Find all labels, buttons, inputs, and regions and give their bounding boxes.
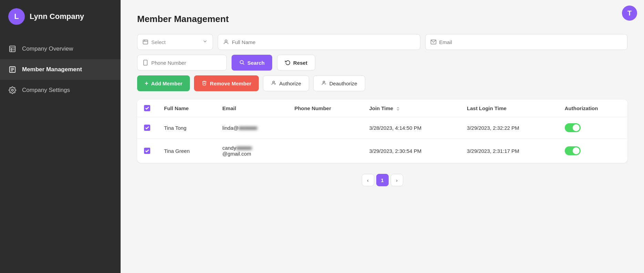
svg-point-8 (11, 89, 13, 91)
col-authorization: Authorization (558, 99, 627, 117)
chevron-down-icon (202, 39, 208, 45)
sidebar-avatar: L (8, 8, 25, 25)
row-checkbox-cell (137, 139, 157, 163)
select-all-checkbox[interactable] (144, 105, 150, 111)
svg-point-16 (240, 60, 243, 63)
search-button[interactable]: Search (232, 55, 272, 71)
authorize-button[interactable]: Authorize (263, 75, 309, 91)
cell-email: candy■■■■■@gmail.com (215, 139, 287, 163)
col-email: Email (215, 99, 287, 117)
email-input[interactable] (439, 39, 623, 45)
col-phone: Phone Number (287, 99, 362, 117)
svg-point-12 (225, 40, 227, 42)
cell-jointime: 3/29/2023, 2:30:54 PM (362, 139, 460, 163)
sidebar: L Lynn Company Company Overview Member M… (0, 0, 121, 273)
member-table: Full Name Email Phone Number Join Time L… (137, 99, 627, 163)
prev-icon: ‹ (367, 177, 369, 183)
sidebar-nav: Company Overview Member Management Compa… (0, 39, 121, 101)
deauthorize-icon (321, 80, 327, 87)
svg-rect-14 (144, 60, 147, 65)
col-lastlogin: Last Login Time (460, 99, 558, 117)
plus-icon: + (145, 80, 149, 87)
sidebar-item-company-overview[interactable]: Company Overview (0, 39, 121, 59)
filter-row-1: Select (137, 34, 627, 50)
cell-lastlogin: 3/29/2023, 2:32:22 PM (460, 117, 558, 139)
reset-button[interactable]: Reset (277, 55, 315, 71)
cell-fullname: Tina Green (157, 139, 215, 163)
phone-input-wrapper[interactable] (137, 55, 227, 71)
table-icon (8, 45, 17, 53)
cell-jointime: 3/28/2023, 4:14:50 PM (362, 117, 460, 139)
company-name: Lynn Company (30, 12, 84, 21)
email-icon (430, 39, 437, 45)
row-checkbox-cell (137, 117, 157, 139)
add-member-button[interactable]: + Add Member (137, 75, 190, 91)
sidebar-item-company-settings[interactable]: Company Settings (0, 80, 121, 101)
cell-authorization (558, 139, 627, 163)
action-row: + Add Member Remove Member Authorize Dea… (137, 75, 627, 91)
cell-phone (287, 117, 362, 139)
cell-email: linda@■■■■■■ (215, 117, 287, 139)
svg-rect-9 (143, 40, 148, 44)
select-icon (142, 39, 149, 45)
svg-point-18 (273, 81, 275, 83)
col-fullname: Full Name (157, 99, 215, 117)
cell-lastlogin: 3/29/2023, 2:31:17 PM (460, 139, 558, 163)
row-checkbox[interactable] (144, 148, 150, 154)
svg-line-17 (243, 63, 244, 65)
email-input-wrapper[interactable] (425, 34, 628, 50)
page-1-button[interactable]: 1 (376, 174, 389, 186)
sidebar-item-member-management[interactable]: Member Management (0, 59, 121, 80)
main-content: Member Management Select (121, 0, 644, 273)
pagination: ‹ 1 › (137, 174, 627, 186)
sort-icon (396, 107, 400, 111)
row-checkbox[interactable] (144, 125, 150, 131)
cell-phone (287, 139, 362, 163)
page-number: 1 (381, 177, 384, 183)
cell-authorization (558, 117, 627, 139)
deauthorize-button[interactable]: Deauthorize (313, 75, 365, 91)
page-title: Member Management (137, 14, 627, 24)
next-icon: › (396, 177, 398, 183)
phone-input[interactable] (151, 60, 220, 66)
fullname-input[interactable] (232, 39, 415, 45)
prev-page-button[interactable]: ‹ (362, 174, 374, 186)
sidebar-item-label: Company Settings (22, 87, 70, 94)
svg-rect-0 (10, 46, 16, 52)
authorize-icon (271, 80, 276, 87)
filter-row-2: Search Reset (137, 55, 627, 71)
cell-fullname: Tina Tong (157, 117, 215, 139)
role-select[interactable]: Select (151, 39, 200, 45)
header-checkbox-col (137, 99, 157, 117)
trash-icon (202, 80, 207, 87)
table-row: Tina Tonglinda@■■■■■■3/28/2023, 4:14:50 … (137, 117, 627, 139)
phone-icon (142, 60, 149, 66)
authorization-toggle[interactable] (565, 146, 581, 155)
select-wrapper[interactable]: Select (137, 34, 213, 50)
remove-member-button[interactable]: Remove Member (194, 75, 259, 91)
col-jointime[interactable]: Join Time (362, 99, 460, 117)
list-icon (8, 65, 17, 74)
fullname-input-wrapper[interactable] (218, 34, 420, 50)
search-icon (239, 60, 245, 66)
sidebar-item-label: Company Overview (22, 45, 73, 52)
person-icon (223, 39, 229, 45)
gear-icon (8, 86, 17, 94)
svg-point-21 (323, 81, 325, 83)
sidebar-item-label: Member Management (22, 66, 82, 73)
table-row: Tina Greencandy■■■■■@gmail.com3/29/2023,… (137, 139, 627, 163)
authorization-toggle[interactable] (565, 123, 581, 132)
user-avatar[interactable]: T (622, 6, 637, 21)
reset-icon (285, 60, 290, 66)
sidebar-header: L Lynn Company (0, 0, 121, 33)
next-page-button[interactable]: › (391, 174, 403, 186)
